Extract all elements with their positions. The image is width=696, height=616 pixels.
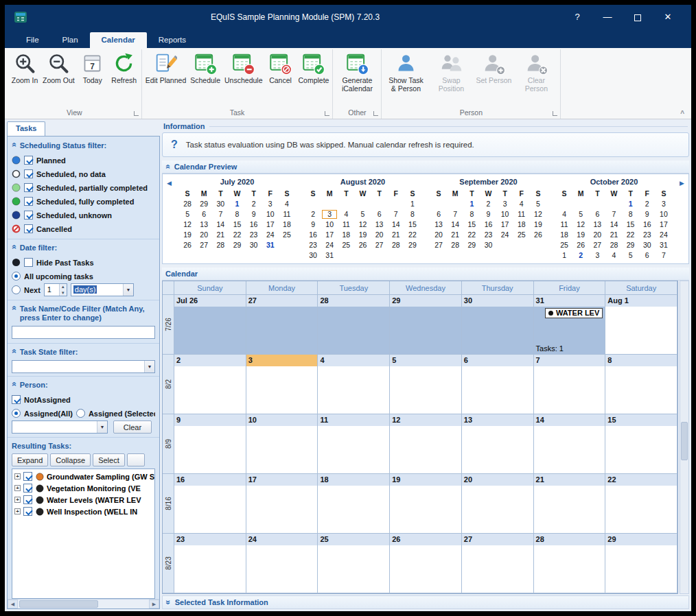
name-filter-header[interactable]: » Task Name/Code Filter (Match Any, pres… <box>12 305 155 324</box>
tab-plan[interactable]: Plan <box>51 32 90 48</box>
calendar-preview-header[interactable]: » Calendar Preview <box>162 161 689 174</box>
calendar-day-cell[interactable]: 2 <box>174 355 246 414</box>
not-assigned-checkbox[interactable] <box>12 395 21 404</box>
mini-day-cell[interactable]: 14 <box>388 220 404 230</box>
mini-day-cell[interactable]: 22 <box>404 230 421 240</box>
assigned-selected-radio[interactable] <box>76 409 85 418</box>
mini-day-cell[interactable]: 3 <box>656 199 672 209</box>
calendar-day-cell[interactable]: 24 <box>246 534 318 593</box>
mini-day-cell[interactable]: 21 <box>212 230 229 240</box>
mini-day-cell[interactable]: 16 <box>480 220 496 230</box>
mini-day-cell[interactable]: 25 <box>556 240 572 250</box>
mini-day-cell[interactable]: 13 <box>196 220 212 230</box>
mini-day-cell[interactable]: 23 <box>639 230 656 240</box>
mini-day-cell[interactable]: 26 <box>354 240 371 250</box>
mini-day-cell[interactable]: 15 <box>463 220 480 230</box>
mini-day-cell[interactable]: 23 <box>305 240 321 250</box>
calendar-day-cell[interactable]: 27 <box>246 295 318 355</box>
mini-day-cell[interactable]: 28 <box>447 240 463 250</box>
mini-day-cell[interactable]: 8 <box>623 209 639 220</box>
calendar-day-cell[interactable]: 22 <box>605 474 677 534</box>
mini-day-cell[interactable]: 20 <box>589 230 605 240</box>
hide-past-tasks-checkbox[interactable] <box>24 258 33 267</box>
mini-day-cell[interactable]: 28 <box>212 240 229 250</box>
mini-day-cell[interactable]: 24 <box>262 230 279 240</box>
today-button[interactable]: 7Today <box>77 49 108 84</box>
mini-day-cell[interactable]: 7 <box>447 209 463 220</box>
tab-file[interactable]: File <box>14 32 51 48</box>
selected-task-information-header[interactable]: » Selected Task Information <box>162 595 689 609</box>
mini-day-cell[interactable]: 6 <box>196 209 212 220</box>
maximize-button[interactable] <box>623 5 653 29</box>
mini-day-cell[interactable]: 5 <box>623 250 639 261</box>
zoom-out-button[interactable]: Zoom Out <box>40 49 77 84</box>
close-button[interactable]: ✕ <box>653 5 683 29</box>
mini-day-cell[interactable]: 3 <box>321 209 338 220</box>
task-checkbox[interactable] <box>23 484 32 493</box>
calendar-day-cell[interactable]: Jul 26 <box>174 295 246 355</box>
mini-day-cell[interactable]: 15 <box>229 220 245 230</box>
mini-day-cell[interactable]: 19 <box>572 230 589 240</box>
calendar-day-cell[interactable]: 21 <box>534 474 606 534</box>
person-select[interactable]: ▼ <box>12 420 108 434</box>
mini-day-cell[interactable]: 27 <box>196 240 212 250</box>
mini-day-cell[interactable]: 11 <box>556 220 572 230</box>
calendar-day-cell[interactable]: 13 <box>462 414 534 474</box>
mini-day-cell[interactable]: 7 <box>212 209 229 220</box>
task-checkbox[interactable] <box>23 495 32 504</box>
calendar-day-cell[interactable]: 6 <box>462 355 534 414</box>
calendar-day-cell[interactable]: 11 <box>318 414 390 474</box>
mini-day-cell[interactable]: 18 <box>279 220 295 230</box>
expand-button[interactable]: Expand <box>12 453 48 466</box>
mini-day-cell[interactable]: 7 <box>605 209 622 220</box>
task-tree-item[interactable]: +Well Inspection (WELL IN <box>12 506 154 517</box>
clipped-button[interactable] <box>127 453 145 466</box>
unschedule-button[interactable]: Unschedule <box>222 49 264 84</box>
mini-day-cell[interactable]: 16 <box>305 230 321 240</box>
edit-planned-button[interactable]: Edit Planned <box>143 49 189 84</box>
mini-day-cell[interactable]: 1 <box>463 199 480 209</box>
scrollbar-thumb[interactable] <box>681 422 688 460</box>
prev-month-icon[interactable]: ◀ <box>164 178 174 187</box>
mini-day-cell[interactable]: 18 <box>556 230 572 240</box>
calendar-day-cell[interactable]: 23 <box>174 534 246 593</box>
mini-day-cell[interactable]: 26 <box>530 230 546 240</box>
next-radio[interactable] <box>12 285 21 294</box>
task-checkbox[interactable] <box>23 472 32 481</box>
mini-day-cell[interactable]: 28 <box>179 199 196 209</box>
mini-day-cell[interactable]: 9 <box>639 209 656 220</box>
mini-day-cell[interactable]: 19 <box>179 230 196 240</box>
mini-day-cell[interactable]: 1 <box>623 199 639 209</box>
task-name-filter-input[interactable] <box>12 326 155 339</box>
mini-day-cell[interactable]: 8 <box>463 209 480 220</box>
mini-day-cell[interactable]: 17 <box>497 220 513 230</box>
mini-day-cell[interactable]: 8 <box>229 209 245 220</box>
calendar-day-cell[interactable]: 28 <box>534 534 606 593</box>
mini-day-cell[interactable]: 25 <box>279 230 295 240</box>
mini-day-cell[interactable]: 12 <box>530 209 546 220</box>
next-unit-select[interactable]: day(s) ▼ <box>71 283 134 296</box>
calendar-day-cell[interactable]: 31WATER LEVTasks: 1 <box>534 295 606 355</box>
status-filter-checkbox[interactable] <box>24 156 33 165</box>
mini-day-cell[interactable]: 12 <box>179 220 196 230</box>
mini-day-cell[interactable]: 6 <box>589 209 605 220</box>
calendar-day-cell[interactable]: 3 <box>246 355 318 414</box>
calendar-day-cell[interactable]: 25 <box>318 534 390 593</box>
scheduling-status-filter-header[interactable]: » Scheduling Status filter: <box>12 141 155 151</box>
schedule-button[interactable]: Schedule <box>188 49 222 84</box>
calendar-day-cell[interactable]: 27 <box>462 534 534 593</box>
mini-day-cell[interactable]: 8 <box>404 209 421 220</box>
mini-day-cell[interactable]: 23 <box>480 230 496 240</box>
calendar-vertical-scrollbar[interactable] <box>680 281 689 594</box>
mini-day-cell[interactable]: 10 <box>656 209 672 220</box>
calendar-day-cell[interactable]: 4 <box>318 355 390 414</box>
status-filter-checkbox[interactable] <box>24 224 33 233</box>
chevron-down-icon[interactable]: ▼ <box>144 361 154 372</box>
sidebar-horizontal-scrollbar[interactable]: ◀ ▶ <box>8 599 159 608</box>
status-filter-checkbox[interactable] <box>24 169 33 178</box>
mini-day-cell[interactable]: 3 <box>497 199 513 209</box>
mini-day-cell[interactable]: 27 <box>589 240 605 250</box>
stepper-down-icon[interactable]: ▼ <box>60 290 67 296</box>
mini-day-cell[interactable]: 12 <box>354 220 371 230</box>
mini-day-cell[interactable]: 22 <box>623 230 639 240</box>
